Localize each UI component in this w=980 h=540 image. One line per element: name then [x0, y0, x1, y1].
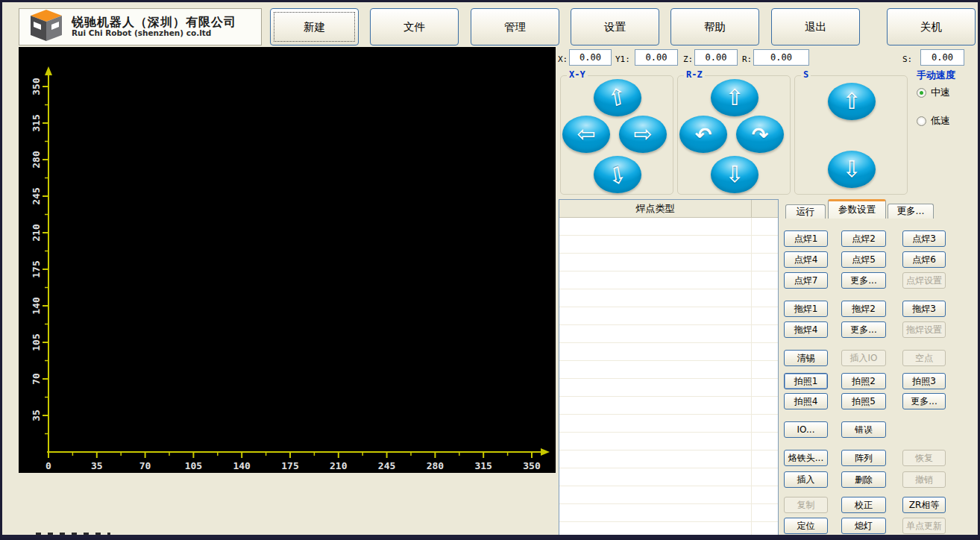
- table-row[interactable]: [559, 397, 778, 415]
- xy-move-left-button[interactable]: ⇦: [562, 116, 610, 153]
- tab-param-settings[interactable]: 参数设置: [828, 199, 886, 219]
- table-cell-type: [559, 433, 751, 450]
- panel-button[interactable]: 校正: [841, 497, 886, 513]
- xy-move-toward-3d-button[interactable]: ⇧: [594, 156, 641, 193]
- panel-button[interactable]: 烙铁头...: [784, 450, 828, 466]
- panel-button[interactable]: 点焊5: [841, 251, 886, 268]
- tab-more[interactable]: 更多...: [888, 204, 934, 219]
- main-window: 锐驰机器人（深圳）有限公司 Rui Chi Robot (shenzhen) c…: [0, 0, 980, 540]
- panel-button[interactable]: 拖焊3: [902, 301, 946, 317]
- xy-move-right-button[interactable]: ⇨: [619, 116, 667, 153]
- menu-exit-button[interactable]: 退出: [771, 8, 860, 45]
- panel-button[interactable]: 点焊6: [902, 251, 946, 268]
- table-row[interactable]: [559, 325, 778, 343]
- panel-button[interactable]: 拍照2: [841, 373, 886, 389]
- svg-text:210: 210: [330, 460, 348, 471]
- table-row[interactable]: [559, 254, 778, 271]
- panel-button[interactable]: 更多...: [841, 272, 886, 289]
- svg-text:315: 315: [31, 114, 42, 131]
- panel-button[interactable]: 点焊4: [784, 251, 828, 268]
- svg-text:105: 105: [31, 333, 42, 351]
- s-move-up-button[interactable]: ⇧: [828, 83, 876, 120]
- s-move-down-button[interactable]: ⇩: [828, 151, 876, 188]
- panel-button[interactable]: 点焊7: [784, 272, 828, 289]
- menu-shutdown-button[interactable]: 关机: [887, 8, 976, 45]
- panel-button: 单点更新: [902, 518, 946, 534]
- tab-run[interactable]: 运行: [785, 204, 826, 219]
- xy-move-away-3d-button[interactable]: ⇧: [594, 79, 641, 116]
- panel-button[interactable]: 清锡: [784, 350, 828, 366]
- table-cell-aux: [751, 218, 778, 235]
- table-row[interactable]: [559, 379, 778, 397]
- menu-manage-button[interactable]: 管理: [471, 8, 559, 45]
- panel-button[interactable]: ZR相等: [902, 497, 946, 513]
- svg-text:280: 280: [31, 151, 42, 169]
- table-row[interactable]: [559, 361, 778, 379]
- table-cell-type: [559, 289, 751, 307]
- table-cell-type: [559, 379, 751, 396]
- panel-button[interactable]: 点焊2: [841, 230, 886, 247]
- table-row[interactable]: [559, 415, 778, 433]
- menu-file-button[interactable]: 文件: [370, 8, 459, 45]
- arrow-left-icon: ⇦: [577, 123, 595, 145]
- panel-button[interactable]: 阵列: [841, 450, 886, 466]
- table-row[interactable]: [559, 486, 778, 504]
- svg-text:210: 210: [31, 224, 42, 242]
- table-cell-aux: [751, 289, 778, 307]
- speed-radio-low[interactable]: 低速: [917, 114, 950, 128]
- table-row[interactable]: [559, 343, 778, 361]
- panel-button[interactable]: 拍照1: [784, 373, 828, 389]
- rotate-cw-icon: ↷: [752, 125, 769, 145]
- panel-button[interactable]: 删除: [841, 471, 886, 488]
- table-row[interactable]: [559, 218, 778, 236]
- table-row[interactable]: [559, 450, 778, 468]
- menu-help-button[interactable]: 帮助: [670, 8, 759, 45]
- panel-button[interactable]: 拍照5: [841, 393, 886, 409]
- panel-button[interactable]: 拍照4: [784, 393, 828, 409]
- coord-y1-value: 0.00: [635, 49, 678, 66]
- panel-button[interactable]: 插入: [784, 471, 828, 488]
- table-cell-aux: [751, 307, 778, 324]
- company-name-en: Rui Chi Robot (shenzhen) co.ltd: [72, 29, 236, 38]
- svg-text:315: 315: [474, 460, 491, 471]
- panel-button[interactable]: 错误: [841, 421, 886, 438]
- table-row[interactable]: [559, 236, 778, 254]
- panel-button[interactable]: 拖焊4: [784, 321, 828, 338]
- menu-new-button[interactable]: 新建: [270, 8, 359, 45]
- panel-button[interactable]: 拍照3: [902, 373, 946, 389]
- panel-button: 点焊设置: [902, 272, 946, 289]
- rz-move-down-button[interactable]: ⇩: [711, 156, 758, 193]
- rz-rotate-ccw-button[interactable]: ↶: [679, 116, 727, 153]
- table-cell-type: [559, 397, 751, 414]
- panel-button[interactable]: 点焊1: [784, 230, 828, 247]
- table-row[interactable]: [559, 433, 778, 450]
- arrow-down-icon: ⇩: [725, 163, 744, 186]
- jog-group-xy: X-Y⇧⇦⇨⇧: [560, 75, 673, 195]
- arrow-right-icon: ⇨: [633, 123, 652, 145]
- table-row[interactable]: [559, 307, 778, 325]
- panel-button[interactable]: 点焊3: [902, 230, 946, 247]
- svg-text:350: 350: [523, 460, 541, 471]
- rz-move-up-button[interactable]: ⇧: [711, 79, 758, 116]
- panel-button[interactable]: 熄灯: [841, 518, 886, 534]
- menu-settings-button[interactable]: 设置: [571, 8, 659, 45]
- table-row[interactable]: [559, 271, 778, 289]
- table-cell-aux: [751, 415, 778, 432]
- table-row[interactable]: [559, 504, 778, 522]
- table-row[interactable]: [559, 289, 778, 307]
- rz-rotate-cw-button[interactable]: ↷: [736, 116, 784, 153]
- panel-button[interactable]: 更多...: [902, 393, 946, 409]
- speed-radio-medium[interactable]: 中速: [917, 86, 950, 99]
- svg-text:0: 0: [45, 460, 51, 471]
- plot-canvas[interactable]: 0357010514017521024528031535035701051401…: [19, 47, 556, 473]
- svg-text:245: 245: [31, 187, 42, 204]
- arrow-up-icon: ⇧: [725, 87, 744, 109]
- panel-button[interactable]: 拖焊2: [841, 301, 886, 317]
- panel-button[interactable]: 拖焊1: [784, 301, 828, 317]
- arrow-up-icon: ⇧: [842, 90, 861, 113]
- panel-button[interactable]: IO...: [784, 421, 828, 438]
- coord-r-label: R:: [742, 54, 752, 64]
- panel-button[interactable]: 定位: [784, 518, 828, 534]
- table-row[interactable]: [559, 468, 778, 486]
- panel-button[interactable]: 更多...: [841, 321, 886, 338]
